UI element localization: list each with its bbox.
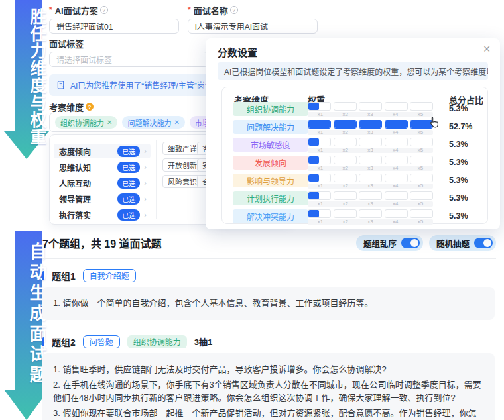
shuffle-groups-toggle: 题组乱序 xyxy=(356,235,423,251)
weight-tick: x3 xyxy=(358,219,383,225)
weight-tick-labels: x1x2x3x4x5 xyxy=(308,112,433,117)
weight-fill xyxy=(385,121,407,128)
weight-tick-labels: x1x2x3x4x5 xyxy=(308,166,433,171)
weight-selector xyxy=(308,156,433,164)
toggle-switch[interactable] xyxy=(474,238,493,248)
weight-fill xyxy=(334,121,356,128)
toggle-switch[interactable] xyxy=(401,238,420,248)
close-icon[interactable]: ✕ xyxy=(483,44,491,54)
weight-segment[interactable] xyxy=(359,174,382,182)
weight-segment[interactable] xyxy=(410,138,433,146)
weight-segment[interactable] xyxy=(410,174,433,182)
weight-tick: x3 xyxy=(358,184,383,189)
weight-segment[interactable] xyxy=(308,102,331,111)
remove-tag-icon[interactable]: ✕ xyxy=(174,119,179,126)
help-icon[interactable]: ? xyxy=(100,6,108,14)
dimension-chip: 组织协调能力 xyxy=(233,102,308,116)
weight-selector xyxy=(308,138,433,146)
share-value: 5.3% xyxy=(449,158,468,167)
weight-tick: x1 xyxy=(308,148,333,153)
ai-plan-field: * AI面试方案 ? 销售经理面试01 xyxy=(49,5,179,34)
trait-chip[interactable]: 开放创新 xyxy=(162,158,202,172)
dropdown-category[interactable]: 思维认知已选› xyxy=(54,160,151,174)
required-asterisk: * xyxy=(188,5,191,15)
weight-segment[interactable] xyxy=(334,120,357,129)
dropdown-category[interactable]: 执行落实已选› xyxy=(54,207,151,222)
weight-segment[interactable] xyxy=(308,156,331,164)
weight-segment[interactable] xyxy=(308,209,331,218)
weight-tick: x2 xyxy=(333,130,358,135)
weight-tick: x5 xyxy=(408,201,433,207)
category-name: 人际互动 xyxy=(59,178,113,189)
weight-segment[interactable] xyxy=(308,174,331,182)
trait-chip[interactable]: 风险意识 xyxy=(162,175,202,188)
weight-segment[interactable] xyxy=(359,209,382,218)
weight-segment[interactable] xyxy=(308,191,331,200)
weight-segment[interactable] xyxy=(385,120,408,129)
weight-segment[interactable] xyxy=(334,156,357,164)
ai-model-doc-icon xyxy=(57,81,66,89)
weight-tick: x5 xyxy=(408,219,433,225)
weight-tick: x1 xyxy=(308,201,333,207)
weight-segment[interactable] xyxy=(385,174,408,182)
dimension-chip: 市场敏感度 xyxy=(233,138,308,152)
weight-tick: x2 xyxy=(333,219,358,225)
ai-plan-input[interactable]: 销售经理面试01 xyxy=(49,19,179,34)
weight-segment[interactable] xyxy=(308,120,331,129)
group-type-chip[interactable]: 问答题 xyxy=(83,335,120,348)
dropdown-divider xyxy=(156,140,157,219)
weight-segment[interactable] xyxy=(385,102,408,111)
weight-selector xyxy=(308,174,433,182)
question-group-header: 题组2问答题组织协调能力3抽1 xyxy=(42,335,495,348)
weight-tick-labels: x1x2x3x4x5 xyxy=(308,201,433,207)
dropdown-category[interactable]: 人际互动已选› xyxy=(54,176,151,190)
weight-segment[interactable] xyxy=(334,209,357,218)
weight-segment[interactable] xyxy=(410,209,433,218)
weight-segment[interactable] xyxy=(385,209,408,218)
share-value: 5.3% xyxy=(449,193,468,203)
help-icon[interactable]: ? xyxy=(230,6,238,14)
weight-tick-labels: x1x2x3x4x5 xyxy=(308,130,433,135)
weight-segment[interactable] xyxy=(385,138,408,146)
trait-chip[interactable]: 细致严谨 xyxy=(162,142,202,155)
weight-fill xyxy=(308,192,319,199)
weight-segment[interactable] xyxy=(385,156,408,164)
share-value: 52.7% xyxy=(449,122,472,131)
category-name: 执行落实 xyxy=(59,209,113,221)
weight-segment[interactable] xyxy=(359,156,382,164)
dimension-section-label: 考察维度 ? xyxy=(49,102,94,111)
weight-tick: x3 xyxy=(358,148,383,153)
weight-tick-labels: x1x2x3x4x5 xyxy=(308,184,433,189)
weight-segment[interactable] xyxy=(410,102,433,111)
weight-tick: x5 xyxy=(408,184,433,189)
modal-tip: AI已根据岗位模型和面试题设定了考察维度的权重，您可以为某个考察维度增加权重，也… xyxy=(218,62,488,80)
weight-segment[interactable] xyxy=(359,138,382,146)
interview-name-input[interactable]: i人事演示专用AI面试 xyxy=(188,19,318,34)
weight-segment[interactable] xyxy=(359,102,382,111)
weight-segment[interactable] xyxy=(334,102,357,111)
dropdown-category[interactable]: 领导管理已选› xyxy=(54,191,151,206)
group-type-chip[interactable]: 组织协调能力 xyxy=(127,335,187,348)
group-type-chip[interactable]: 自我介绍题 xyxy=(83,269,136,282)
help-icon-orange[interactable]: ? xyxy=(86,103,94,111)
chevron-right-icon: › xyxy=(144,147,147,155)
weight-segment[interactable] xyxy=(359,120,382,129)
weight-segment[interactable] xyxy=(334,138,357,146)
weight-segment[interactable] xyxy=(410,191,433,200)
weight-tick: x5 xyxy=(408,166,433,171)
interview-tag-label: 面试标签 xyxy=(49,38,208,48)
weight-segment[interactable] xyxy=(334,191,357,200)
weight-tick: x2 xyxy=(333,201,358,207)
interview-tag-input[interactable]: 请选择面试标签 xyxy=(49,52,208,67)
dropdown-category[interactable]: 态度倾向已选› xyxy=(54,144,151,158)
weight-segment[interactable] xyxy=(359,191,382,200)
remove-tag-icon[interactable]: ✕ xyxy=(107,119,112,126)
weight-segment[interactable] xyxy=(308,138,331,146)
question-text: 1. 销售旺季时，供应链部门无法及时交付产品，导致客户投诉增多。你会怎么协调解决… xyxy=(53,363,484,376)
question-text: 3. 假如你现在要联合市场部一起推一个新产品促销活动，但对方资源紧张，配合意愿不… xyxy=(53,407,484,420)
group-title: 题组1 xyxy=(52,269,76,282)
weight-segment[interactable] xyxy=(334,174,357,182)
dimension-chip: 问题解决能力 xyxy=(233,120,308,134)
weight-segment[interactable] xyxy=(410,156,433,164)
weight-segment[interactable] xyxy=(385,191,408,200)
